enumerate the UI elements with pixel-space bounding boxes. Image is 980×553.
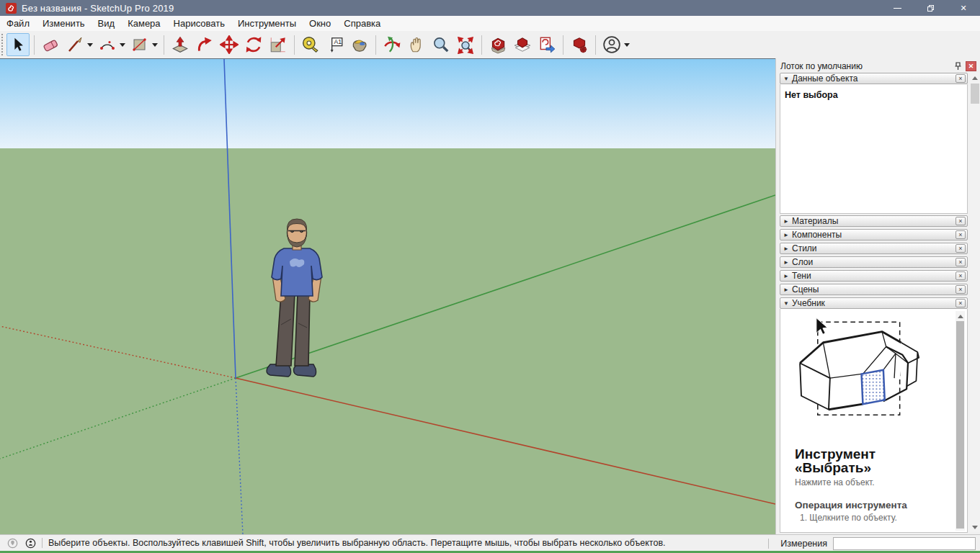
scrollbar-thumb[interactable]	[971, 84, 979, 104]
account-button[interactable]	[600, 33, 623, 56]
pin-icon[interactable]	[953, 61, 963, 71]
chevron-right-icon: ►	[780, 218, 792, 225]
section-shadows[interactable]: ► Тени ×	[780, 270, 968, 282]
rectangle-tool-button[interactable]	[128, 33, 151, 56]
red-axis-negative	[0, 326, 236, 378]
push-pull-tool-button[interactable]	[169, 33, 192, 56]
toolbar-separator	[34, 35, 35, 55]
extension-warehouse-icon	[570, 35, 589, 54]
menu-file[interactable]: Файл	[0, 16, 36, 31]
section-label: Данные объекта	[792, 73, 956, 84]
close-section-icon[interactable]: ×	[956, 299, 966, 307]
person-component[interactable]	[264, 217, 330, 381]
zoom-extents-tool-button[interactable]	[454, 33, 477, 56]
menu-draw[interactable]: Нарисовать	[167, 16, 231, 31]
tape-measure-tool-button[interactable]	[299, 33, 322, 56]
paint-bucket-icon	[350, 35, 369, 54]
close-section-icon[interactable]: ×	[956, 271, 966, 280]
follow-me-tool-button[interactable]	[193, 33, 216, 56]
menu-camera[interactable]: Камера	[121, 16, 166, 31]
status-bar: Выберите объекты. Воспользуйтесь клавише…	[0, 534, 980, 551]
instructor-house-image	[786, 313, 950, 446]
section-materials[interactable]: ► Материалы ×	[780, 215, 968, 227]
move-icon	[220, 35, 239, 54]
close-section-icon[interactable]: ×	[956, 217, 966, 225]
menu-edit[interactable]: Изменить	[36, 16, 92, 31]
close-section-icon[interactable]: ×	[956, 230, 966, 239]
move-tool-button[interactable]	[218, 33, 241, 56]
blue-axis-negative	[236, 378, 243, 534]
menu-window[interactable]: Окно	[303, 16, 337, 31]
scale-tool-button[interactable]	[267, 33, 290, 56]
zoom-tool-button[interactable]	[429, 33, 453, 56]
menu-help[interactable]: Справка	[337, 16, 387, 31]
instructor-panel: Инструмент «Выбрать» Нажмите на объект. …	[780, 309, 968, 533]
send-to-layout-button[interactable]	[535, 33, 558, 56]
account-icon	[602, 35, 622, 55]
extension-warehouse-button[interactable]	[568, 33, 591, 56]
close-section-icon[interactable]: ×	[956, 285, 966, 294]
arc-tool-button[interactable]	[96, 33, 119, 56]
scroll-down-icon[interactable]	[970, 522, 980, 532]
toolbar-separator	[294, 35, 295, 55]
menu-view[interactable]: Вид	[92, 16, 122, 31]
close-section-icon[interactable]: ×	[956, 244, 966, 253]
section-label: Компоненты	[792, 230, 956, 240]
orbit-tool-button[interactable]	[380, 33, 404, 56]
scroll-up-icon[interactable]	[956, 311, 966, 321]
section-scenes[interactable]: ► Сцены ×	[780, 284, 968, 295]
instructor-scrollbar[interactable]	[956, 311, 965, 531]
drawing-axes	[0, 59, 775, 534]
no-selection-text: Нет выбора	[780, 84, 967, 100]
title-bar: Без названия - SketchUp Pro 2019 ✕	[0, 0, 980, 16]
toolbar-drag-handle[interactable]	[1, 34, 6, 55]
arc-icon	[99, 36, 116, 53]
menu-tools[interactable]: Инструменты	[231, 16, 303, 31]
rectangle-tool-dropdown[interactable]	[152, 43, 158, 47]
chevron-right-icon: ►	[780, 259, 792, 266]
eraser-tool-button[interactable]	[39, 33, 62, 56]
close-section-icon[interactable]: ×	[956, 74, 966, 83]
restore-button[interactable]	[914, 0, 947, 16]
measurements-input[interactable]	[833, 537, 976, 550]
account-dropdown[interactable]	[624, 43, 630, 47]
tray-close-button[interactable]: ✕	[966, 61, 976, 71]
paint-bucket-tool-button[interactable]	[348, 33, 371, 56]
text-icon: A1	[326, 35, 344, 54]
select-tool-button[interactable]	[6, 33, 30, 56]
arc-tool-dropdown[interactable]	[120, 43, 125, 47]
chevron-down-icon: ▼	[780, 300, 792, 307]
section-styles[interactable]: ► Стили ×	[780, 243, 968, 254]
tray-scrollbar[interactable]	[970, 73, 980, 532]
credits-icon[interactable]	[24, 537, 36, 549]
minimize-button[interactable]	[881, 0, 914, 16]
line-tool-button[interactable]	[63, 33, 86, 56]
statusbar-separator	[768, 539, 769, 549]
instructor-title: Инструмент «Выбрать»	[795, 447, 946, 475]
pan-tool-button[interactable]	[405, 33, 428, 56]
geolocation-icon[interactable]	[6, 537, 18, 549]
section-label: Тени	[792, 271, 956, 281]
minimize-icon	[894, 8, 901, 9]
modeling-viewport[interactable]	[0, 58, 775, 534]
section-entity-info[interactable]: ▼ Данные объекта ×	[780, 73, 968, 84]
line-tool-dropdown[interactable]	[87, 43, 93, 47]
close-button[interactable]: ✕	[947, 0, 980, 16]
3d-warehouse-button[interactable]	[486, 33, 509, 56]
chevron-right-icon: ►	[780, 273, 792, 279]
scroll-up-icon[interactable]	[970, 73, 980, 83]
tape-measure-icon	[301, 35, 320, 54]
pencil-icon	[66, 36, 84, 53]
section-components[interactable]: ► Компоненты ×	[780, 229, 968, 240]
share-model-button[interactable]	[511, 33, 534, 56]
red-axis	[236, 378, 775, 504]
chevron-right-icon: ►	[780, 232, 792, 238]
scrollbar-thumb[interactable]	[956, 321, 964, 529]
main-area: Лоток по умолчанию ✕ ▼ Данные объекта × …	[0, 58, 980, 534]
instructor-operation-heading: Операция инструмента	[795, 500, 946, 511]
rotate-tool-button[interactable]	[242, 33, 265, 56]
text-tool-button[interactable]: A1	[324, 33, 347, 56]
section-instructor[interactable]: ▼ Учебник ×	[780, 297, 968, 309]
close-section-icon[interactable]: ×	[956, 258, 966, 266]
section-layers[interactable]: ► Слои ×	[780, 256, 968, 268]
